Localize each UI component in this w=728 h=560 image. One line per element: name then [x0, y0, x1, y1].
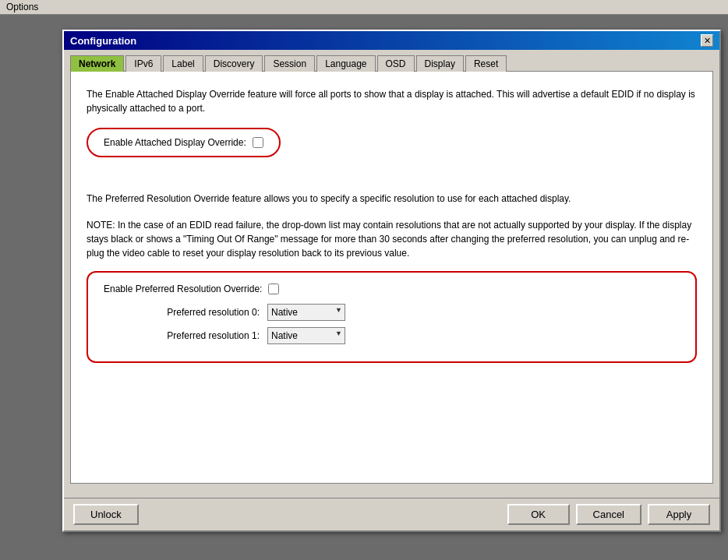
resolution-0-row: Preferred resolution 0: Native 1920x1080…	[104, 304, 680, 321]
attached-display-checkbox[interactable]	[253, 137, 263, 148]
resolution-0-select[interactable]: Native 1920x1080 1280x720 1024x768 800x6…	[267, 304, 345, 321]
preferred-resolution-override-label: Enable Preferred Resolution Override:	[104, 284, 262, 294]
tab-network[interactable]: Network	[70, 55, 124, 72]
resolution-0-label: Preferred resolution 0:	[104, 307, 260, 318]
resolution-1-label: Preferred resolution 1:	[104, 330, 260, 341]
attached-display-label: Enable Attached Display Override:	[104, 137, 246, 148]
options-bar: Options	[0, 0, 728, 15]
app-title: Options	[6, 2, 38, 12]
tab-discovery[interactable]: Discovery	[205, 55, 263, 72]
bottom-bar: Unlock OK Cancel Apply	[64, 498, 719, 530]
tab-content: The Enable Attached Display Override fea…	[70, 71, 713, 484]
config-titlebar: Configuration ✕	[64, 31, 719, 50]
config-title: Configuration	[70, 35, 136, 47]
tabs-row: Network IPv6 Label Discovery Session Lan…	[64, 50, 719, 71]
config-window: Configuration ✕ Network IPv6 Label Disco…	[62, 30, 721, 532]
close-button[interactable]: ✕	[701, 34, 713, 47]
preferred-resolution-description: The Preferred Resolution Override featur…	[87, 192, 697, 206]
tab-display[interactable]: Display	[416, 55, 464, 72]
resolution-1-row: Preferred resolution 1: Native 1920x1080…	[104, 327, 680, 344]
tab-ipv6[interactable]: IPv6	[125, 55, 161, 72]
apply-button[interactable]: Apply	[648, 504, 710, 525]
cancel-button[interactable]: Cancel	[576, 504, 641, 525]
note-text: NOTE: In the case of an EDID read failur…	[87, 218, 697, 260]
preferred-resolution-override-row: Enable Preferred Resolution Override:	[104, 284, 680, 294]
preferred-resolution-box: Enable Preferred Resolution Override: Pr…	[87, 271, 697, 363]
resolution-0-select-wrapper: Native 1920x1080 1280x720 1024x768 800x6…	[267, 304, 345, 321]
resolution-1-select[interactable]: Native 1920x1080 1280x720 1024x768 800x6…	[267, 327, 345, 344]
tab-label[interactable]: Label	[163, 55, 203, 72]
attached-display-description: The Enable Attached Display Override fea…	[87, 87, 697, 115]
tab-language[interactable]: Language	[316, 55, 375, 72]
tab-reset[interactable]: Reset	[465, 55, 507, 72]
tab-session[interactable]: Session	[264, 55, 315, 72]
resolution-1-select-wrapper: Native 1920x1080 1280x720 1024x768 800x6…	[267, 327, 345, 344]
unlock-button[interactable]: Unlock	[73, 504, 139, 525]
ok-button[interactable]: OK	[507, 504, 570, 525]
preferred-resolution-override-checkbox[interactable]	[268, 284, 279, 294]
tab-osd[interactable]: OSD	[377, 55, 415, 72]
attached-display-box: Enable Attached Display Override:	[87, 128, 281, 157]
attached-display-row: Enable Attached Display Override:	[104, 137, 263, 148]
right-buttons: OK Cancel Apply	[507, 504, 710, 525]
